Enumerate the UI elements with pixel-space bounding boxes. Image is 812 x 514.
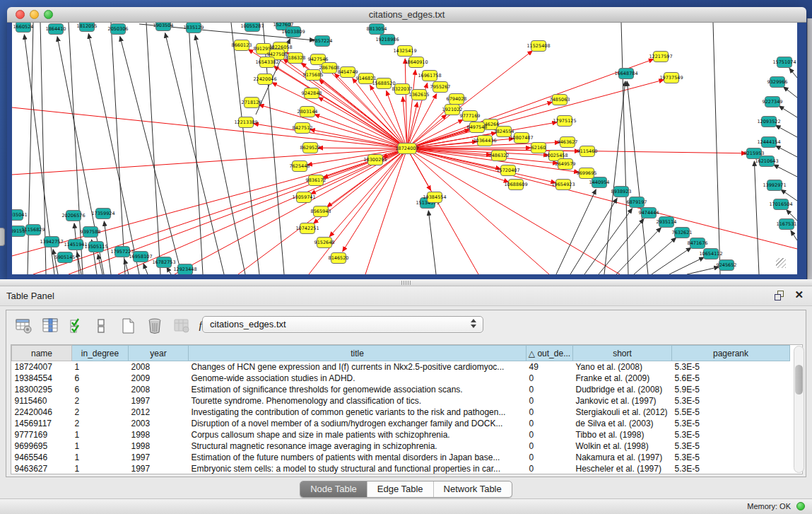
network-edge[interactable]	[789, 69, 797, 78]
network-canvas[interactable]: 1660524186441018120552050306190350418351…	[12, 23, 797, 274]
network-edge[interactable]	[627, 81, 648, 274]
network-node[interactable]: 16648784	[614, 69, 637, 79]
network-node[interactable]: 9329966	[767, 77, 788, 88]
network-edge[interactable]	[616, 228, 661, 274]
table-cell[interactable]: 1998	[129, 429, 189, 440]
splitter-grip-icon[interactable]	[401, 281, 411, 285]
table-cell[interactable]: 9777169	[12, 429, 72, 440]
network-node[interactable]: 1835129	[184, 23, 204, 33]
table-cell[interactable]: 49	[526, 361, 573, 373]
network-edge[interactable]	[407, 148, 478, 274]
network-node[interactable]: 11525408	[526, 41, 550, 52]
network-node[interactable]: 17016504	[769, 199, 792, 210]
table-cell[interactable]: 5.3E-5	[672, 418, 790, 429]
network-node[interactable]: 18640910	[404, 57, 428, 68]
table-cell[interactable]: 1997	[129, 452, 189, 463]
table-cell[interactable]: 14569117	[12, 418, 72, 429]
network-view-window[interactable]: citations_edges.txt 16605241864410181205…	[7, 7, 806, 279]
panel-collapse-tab[interactable]	[0, 228, 5, 246]
table-row[interactable]: 946554611997Estimation of the future num…	[12, 452, 790, 463]
network-node[interactable]: 9227349	[763, 97, 783, 107]
table-vertical-scrollbar[interactable]	[794, 346, 804, 473]
table-cell[interactable]: 5.3E-5	[672, 429, 790, 440]
network-node[interactable]: 2935114	[657, 217, 677, 228]
table-cell[interactable]: 9699695	[12, 440, 72, 452]
network-edge[interactable]	[165, 33, 224, 274]
table-cell[interactable]: Investigating the contribution of common…	[189, 407, 526, 418]
network-node[interactable]: 7485063	[550, 95, 570, 105]
table-cell[interactable]: 9115460	[12, 395, 72, 407]
network-node[interactable]: 20206576	[61, 211, 85, 221]
network-node[interactable]: 9397588	[81, 227, 101, 238]
network-node[interactable]: 13942757	[40, 237, 63, 247]
network-edge[interactable]	[570, 198, 617, 274]
table-cell[interactable]: Yano et al. (2008)	[573, 361, 672, 373]
network-node[interactable]: 1903504	[153, 23, 174, 31]
network-edge[interactable]	[33, 148, 407, 274]
network-edge[interactable]	[167, 267, 171, 274]
table-mode-settings-button[interactable]	[13, 315, 35, 337]
network-node[interactable]: 12217597	[649, 52, 672, 62]
table-cell[interactable]: 5.3E-5	[672, 440, 790, 452]
network-node[interactable]: 15720407	[496, 165, 519, 176]
tab-node-table[interactable]: Node Table	[300, 481, 367, 497]
column-header-out-de-[interactable]: △ out_de...	[526, 346, 573, 361]
scrollbar-thumb[interactable]	[795, 365, 803, 395]
table-row[interactable]: 1830029562008Estimation of significance …	[12, 384, 790, 395]
nodes-layer[interactable]: 1660524186441018120552050306190350418351…	[12, 23, 796, 274]
network-node[interactable]: 18724007	[395, 144, 418, 154]
table-cell[interactable]: Jankovic et al. (1997)	[573, 395, 672, 407]
table-cell[interactable]: 0	[526, 452, 573, 463]
select-all-button[interactable]	[67, 315, 88, 337]
table-cell[interactable]: 2008	[129, 361, 189, 373]
network-node[interactable]: 17975125	[553, 116, 576, 127]
column-header-pagerank[interactable]: pagerank	[672, 346, 790, 361]
network-node[interactable]: 9175685	[303, 70, 324, 81]
network-node[interactable]: 20364436	[473, 136, 496, 146]
table-cell[interactable]: 2	[72, 395, 129, 407]
table-cell[interactable]: Franke et al. (2009)	[573, 373, 672, 384]
network-node[interactable]: 12213389	[234, 117, 257, 128]
citation-network-graph[interactable]: 1660524186441018120552050306190350418351…	[12, 23, 797, 274]
table-cell[interactable]: 5.5E-5	[672, 407, 790, 418]
table-row[interactable]: 911546021997Tourette syndrome. Phenomeno…	[12, 395, 790, 407]
table-cell[interactable]: 5.3E-5	[672, 452, 790, 463]
network-node[interactable]: 19737549	[659, 73, 683, 83]
network-node[interactable]: 8938923	[611, 187, 632, 197]
network-node[interactable]: 1167531	[777, 219, 797, 230]
show-columns-button[interactable]	[40, 315, 61, 337]
network-edge[interactable]	[146, 23, 160, 274]
unselect-all-button[interactable]	[91, 315, 112, 337]
table-cell[interactable]: Structural magnetic resonance image aver…	[189, 440, 526, 452]
network-node[interactable]: 19218986	[375, 35, 399, 45]
table-cell[interactable]: 2003	[129, 418, 189, 429]
column-header-short[interactable]: short	[573, 346, 672, 361]
float-panel-icon[interactable]	[775, 291, 785, 301]
table-cell[interactable]: 2009	[129, 373, 189, 384]
network-edge[interactable]	[120, 37, 182, 274]
table-cell[interactable]: Stergiakouli et al. (2012)	[573, 407, 672, 418]
network-node[interactable]: 2803144	[298, 107, 318, 117]
table-cell[interactable]: de Silva et al. (2003)	[573, 418, 672, 429]
network-edge[interactable]	[118, 148, 407, 274]
column-header-in-degree[interactable]: in_degree	[72, 346, 129, 361]
table-cell[interactable]: 19384554	[12, 373, 72, 384]
table-cell[interactable]: Disruption of a novel member of a sodium…	[189, 418, 526, 429]
network-node[interactable]: 9115460	[577, 146, 598, 157]
network-edge[interactable]	[310, 129, 407, 148]
table-cell[interactable]: Tourette syndrome. Phenomenology and cla…	[189, 395, 526, 407]
table-cell[interactable]: 18300295	[12, 384, 72, 395]
network-node[interactable]: 1660524	[13, 23, 34, 33]
network-edge[interactable]	[28, 23, 33, 274]
table-cell[interactable]: 0	[526, 418, 573, 429]
network-node[interactable]: 19654923	[551, 180, 575, 190]
network-node[interactable]: 13992971	[763, 180, 786, 191]
table-cell[interactable]: 0	[526, 463, 573, 474]
table-cell[interactable]: 9465546	[12, 452, 72, 463]
table-cell[interactable]: Estimation of the future numbers of pati…	[189, 452, 526, 463]
table-cell[interactable]: 5.9E-5	[672, 384, 790, 395]
table-cell[interactable]: 5.3E-5	[672, 361, 790, 373]
network-node[interactable]: 16782753	[152, 257, 175, 268]
table-cell[interactable]: 2	[72, 407, 129, 418]
network-node[interactable]: 7955267	[430, 82, 451, 93]
